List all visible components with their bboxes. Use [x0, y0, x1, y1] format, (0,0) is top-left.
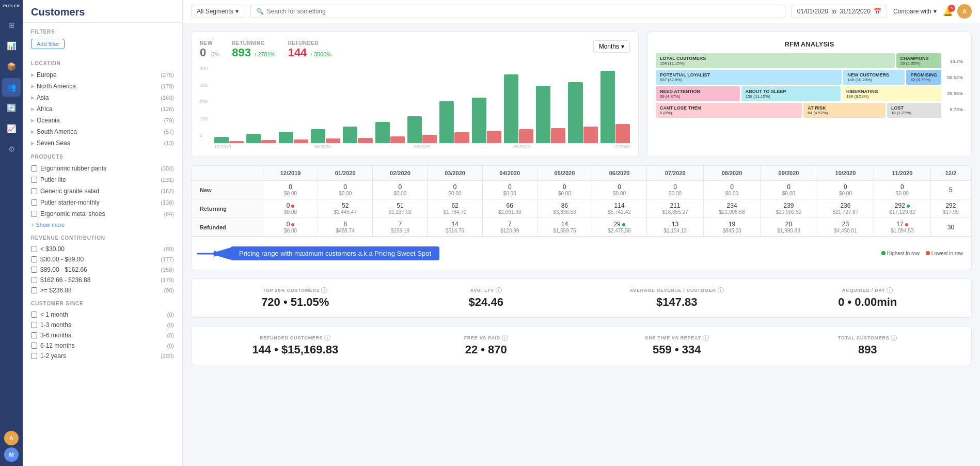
product-checkbox[interactable]	[31, 188, 37, 194]
info-icon: i	[718, 287, 724, 293]
col-header-04-2020: 04/2020	[482, 166, 537, 181]
notification-icon[interactable]: 🔔 5	[943, 7, 953, 17]
sidebar-icon-orders[interactable]: 📊	[2, 37, 21, 55]
row-label: New	[192, 181, 263, 199]
since-item: 3-6 months(0)	[23, 330, 182, 340]
location-item[interactable]: ▶South America(57)	[23, 126, 182, 137]
revenue-checkbox[interactable]	[31, 256, 37, 262]
col-header-01-2020: 01/2020	[318, 166, 373, 181]
bar-chart: 400 300 200 100 0 12/2019 03/2020 06/202…	[200, 66, 630, 148]
table-cell: 0$0.00	[318, 181, 373, 199]
product-item: Putler starter-monthly(138)	[23, 197, 182, 208]
revenue-checkbox[interactable]	[31, 246, 37, 252]
bottom-stat-item: TOP 20% CUSTOMERS i720 • 51.05%	[204, 287, 387, 309]
location-item[interactable]: ▶Europe(275)	[23, 69, 182, 81]
search-box: 🔍	[250, 5, 785, 18]
date-from: 01/01/2020	[797, 8, 828, 15]
since-list: < 1 month(0) 1-3 months(0) 3-6 months(0)…	[23, 309, 182, 361]
show-more-button[interactable]: + Show more	[23, 220, 182, 230]
product-checkbox[interactable]	[31, 177, 37, 183]
add-filter-button[interactable]: Add filter	[31, 39, 65, 49]
since-checkbox[interactable]	[31, 353, 37, 359]
segment-select[interactable]: All Segments ▾	[191, 5, 244, 18]
revenue-item: $89.00 - $162.66(358)	[23, 265, 182, 275]
bstat-label: TOTAL CUSTOMERS i	[838, 335, 897, 341]
table-cell: 30	[930, 218, 971, 237]
table-cell: 0$0.00	[428, 181, 482, 199]
table-card: 12/2019 01/2020 02/2020 03/2020 04/2020 …	[191, 165, 972, 270]
revenue-checkbox[interactable]	[31, 277, 37, 283]
product-checkbox[interactable]	[31, 211, 37, 217]
bottom-stat-item: TOTAL CUSTOMERS i893	[777, 335, 959, 356]
avatar-bottom[interactable]: M	[4, 447, 19, 462]
bar-group	[600, 71, 630, 143]
since-checkbox[interactable]	[31, 312, 37, 318]
avatar-top[interactable]: A	[4, 431, 19, 445]
revenue-checkbox[interactable]	[31, 267, 37, 273]
revenue-item: $162.66 - $236.88(179)	[23, 275, 182, 285]
bar-group	[214, 137, 244, 143]
bar-red	[487, 131, 501, 143]
rfm-loyal: LOYAL CUSTOMERS 158 (11.15%)	[656, 53, 895, 68]
sidebar-icon-reports[interactable]: 📈	[2, 119, 21, 138]
location-item[interactable]: ▶North America(179)	[23, 81, 182, 92]
table-cell: 13$1,154.13	[647, 218, 704, 237]
sidebar-icon-customers[interactable]: 👥	[2, 78, 21, 97]
location-item[interactable]: ▶Africa(126)	[23, 103, 182, 115]
stat-new-pct: 0%	[211, 51, 219, 57]
since-checkbox[interactable]	[31, 322, 37, 328]
date-range[interactable]: 01/01/2020 to 31/12/2020 📅	[792, 5, 887, 18]
sidebar-icon-dashboard[interactable]: ⊞	[2, 16, 21, 35]
product-checkbox[interactable]	[31, 199, 37, 206]
since-checkbox[interactable]	[31, 332, 37, 338]
bstat-value: 22 • 870	[465, 343, 507, 356]
sidebar-icon-settings[interactable]: ⚙	[2, 140, 21, 159]
legend-lowest: Lowest in row	[926, 251, 963, 256]
rfm-pct-4: 5.73%	[944, 107, 963, 112]
info-icon: i	[496, 287, 502, 293]
bar-red	[229, 141, 244, 143]
annotation-label: Pricing range with maximum customers a.k…	[231, 246, 439, 260]
col-header-label	[192, 166, 263, 181]
months-button[interactable]: Months ▾	[593, 40, 630, 53]
revenue-item: $30.00 - $89.00(177)	[23, 254, 182, 265]
info-icon: i	[502, 335, 508, 341]
sidebar-icon-products[interactable]: 📦	[2, 57, 21, 76]
bar-group	[279, 132, 308, 143]
product-checkbox[interactable]	[31, 165, 37, 172]
table-cell: 0$0.00	[537, 181, 592, 199]
product-item: Ergonomic metal shoes(84)	[23, 208, 182, 220]
table-cell: 62$1,784.70	[428, 199, 482, 218]
search-input[interactable]	[267, 8, 780, 15]
since-checkbox[interactable]	[31, 343, 37, 349]
segment-chevron-icon: ▾	[235, 8, 239, 15]
location-item[interactable]: ▶Oceania(79)	[23, 115, 182, 126]
revenue-checkbox[interactable]	[31, 287, 37, 293]
months-chevron-icon: ▾	[621, 43, 624, 50]
chart-label-5: 12/2020	[613, 144, 630, 149]
chevron-right-icon: ▶	[31, 118, 35, 123]
table-cell: 0$0.00	[482, 181, 537, 199]
table-cell: 7$159.19	[373, 218, 428, 237]
user-avatar[interactable]: A	[957, 4, 972, 19]
bottom-stat-item: FREE VS PAID i22 • 870	[395, 335, 578, 356]
compare-with[interactable]: Compare with ▾	[893, 8, 937, 15]
bar-green	[311, 129, 325, 143]
stat-refunded-label: REFUNDED	[288, 40, 331, 46]
location-item[interactable]: ▶Seven Seas(13)	[23, 137, 182, 149]
col-header-12-2019: 12/2019	[263, 166, 318, 181]
bstat-label: TOP 20% CUSTOMERS i	[263, 287, 327, 293]
info-icon: i	[703, 335, 709, 341]
sidebar-icon-subscriptions[interactable]: 🔄	[2, 99, 21, 117]
location-item[interactable]: ▶Asia(163)	[23, 92, 182, 103]
table-cell: 114$5,742.42	[592, 199, 646, 218]
rfm-pct-1: 13.2%	[944, 59, 963, 64]
bar-red	[390, 136, 405, 143]
rfm-about-sleep: ABOUT TO SLEEP 158 (11.15%)	[741, 86, 841, 101]
bar-green	[600, 71, 615, 143]
table-cell: 8$488.74	[318, 218, 373, 237]
filters-label: FILTERS	[31, 29, 174, 35]
bar-red	[358, 138, 372, 143]
location-label: LOCATION	[23, 55, 182, 69]
left-panel: Customers FILTERS Add filter LOCATION ▶E…	[23, 0, 183, 466]
